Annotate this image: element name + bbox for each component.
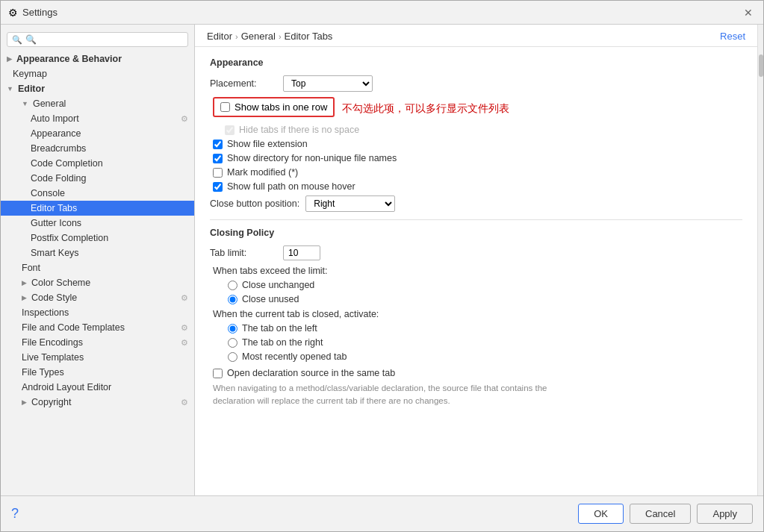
show-directory-label[interactable]: Show directory for non-unique file names xyxy=(227,153,397,163)
breadcrumb-general: General xyxy=(241,31,276,42)
sidebar-item-label: Code Completion xyxy=(31,158,103,169)
tab-on-left-row: The tab on the left xyxy=(228,323,742,334)
breadcrumb-editor: Editor xyxy=(207,31,232,42)
hide-tabs-checkbox[interactable] xyxy=(225,125,235,135)
open-declaration-checkbox[interactable] xyxy=(213,369,223,378)
activate-options: The tab on the left The tab on the right… xyxy=(225,323,742,362)
close-unchanged-row: Close unchanged xyxy=(228,280,742,290)
chevron-icon: ▼ xyxy=(7,85,13,93)
closing-policy-section-title: Closing Policy xyxy=(210,228,742,238)
sidebar-item-label: File and Code Templates xyxy=(22,322,125,333)
sidebar-item-android-layout-editor[interactable]: Android Layout Editor xyxy=(1,380,194,395)
when-exceed-label: When tabs exceed the limit: xyxy=(213,266,742,276)
section-divider xyxy=(210,219,742,220)
sidebar-item-keymap[interactable]: Keymap xyxy=(1,66,194,81)
sidebar-item-file-encodings[interactable]: File Encodings ⚙ xyxy=(1,335,194,350)
cancel-button[interactable]: Cancel xyxy=(630,504,691,524)
sidebar-item-label: Console xyxy=(31,188,65,198)
most-recently-label[interactable]: Most recently opened tab xyxy=(242,351,347,362)
content-area: Appearance Placement: Top Bottom Left Ri… xyxy=(195,47,757,495)
sidebar-item-label: Breadcrumbs xyxy=(31,143,86,154)
mark-modified-label[interactable]: Mark modified (*) xyxy=(227,167,298,178)
sidebar-item-label: Editor xyxy=(18,84,45,94)
sidebar-item-editor-tabs[interactable]: Editor Tabs xyxy=(1,201,194,216)
sidebar-item-postfix-completion[interactable]: Postfix Completion xyxy=(1,231,194,245)
tab-on-right-label[interactable]: The tab on the right xyxy=(242,337,323,348)
close-button[interactable]: ✕ xyxy=(741,5,756,20)
gear-icon: ⚙ xyxy=(181,293,188,303)
search-input[interactable] xyxy=(25,34,183,45)
show-full-path-row: Show full path on mouse hover xyxy=(213,181,742,192)
gear-icon: ⚙ xyxy=(181,398,188,407)
ok-button[interactable]: OK xyxy=(578,504,624,524)
show-full-path-checkbox[interactable] xyxy=(213,182,223,192)
sidebar: 🔍 ▶ Appearance & Behavior Keymap ▼ Edito… xyxy=(1,25,195,495)
app-icon: ⚙ xyxy=(8,7,18,19)
sidebar-item-label: Live Templates xyxy=(22,352,84,363)
sidebar-item-inspections[interactable]: Inspections xyxy=(1,305,194,320)
close-unchanged-radio[interactable] xyxy=(228,281,237,290)
show-full-path-label[interactable]: Show full path on mouse hover xyxy=(227,181,355,192)
sidebar-item-label: Code Folding xyxy=(31,173,86,184)
gear-icon: ⚙ xyxy=(181,323,188,333)
sidebar-item-color-scheme[interactable]: ▶ Color Scheme xyxy=(1,275,194,290)
show-tabs-label[interactable]: Show tabs in one row xyxy=(235,101,327,113)
placement-select[interactable]: Top Bottom Left Right xyxy=(283,75,373,92)
sidebar-item-live-templates[interactable]: Live Templates xyxy=(1,350,194,365)
sidebar-item-label: Copyright xyxy=(31,397,72,407)
chevron-icon: ▼ xyxy=(22,100,28,107)
tab-on-right-radio[interactable] xyxy=(228,338,237,348)
show-directory-checkbox[interactable] xyxy=(213,154,223,163)
show-tabs-checkbox[interactable] xyxy=(220,102,230,112)
sidebar-item-appearance[interactable]: Appearance xyxy=(1,126,194,141)
show-file-extension-label[interactable]: Show file extension xyxy=(227,139,308,149)
sidebar-item-appearance-behavior[interactable]: ▶ Appearance & Behavior xyxy=(1,51,194,66)
when-current-closed-block: When the current tab is closed, activate… xyxy=(210,309,742,362)
hide-tabs-label: Hide tabs if there is no space xyxy=(239,125,359,135)
title-bar-left: ⚙ Settings xyxy=(8,7,58,19)
close-button-position-row: Close button position: Right Left None xyxy=(210,195,742,212)
tab-on-left-radio[interactable] xyxy=(228,324,237,334)
reset-link[interactable]: Reset xyxy=(720,31,745,42)
sidebar-item-auto-import[interactable]: Auto Import ⚙ xyxy=(1,111,194,126)
sidebar-item-copyright[interactable]: ▶ Copyright ⚙ xyxy=(1,395,194,410)
sidebar-item-label: Editor Tabs xyxy=(31,203,77,213)
sidebar-item-gutter-icons[interactable]: Gutter Icons xyxy=(1,216,194,231)
close-unused-radio[interactable] xyxy=(228,295,237,304)
close-unused-label[interactable]: Close unused xyxy=(242,294,299,304)
close-unchanged-label[interactable]: Close unchanged xyxy=(242,280,314,290)
main-header: Editor › General › Editor Tabs Reset xyxy=(195,25,757,47)
most-recently-radio[interactable] xyxy=(228,352,237,362)
close-button-select[interactable]: Right Left None xyxy=(305,195,395,212)
sidebar-item-label: Auto Import xyxy=(31,113,79,124)
mark-modified-checkbox[interactable] xyxy=(213,168,223,178)
sidebar-item-smart-keys[interactable]: Smart Keys xyxy=(1,245,194,260)
chevron-icon: ▶ xyxy=(7,55,12,63)
breadcrumb-sep: › xyxy=(235,32,238,41)
sidebar-item-console[interactable]: Console xyxy=(1,186,194,201)
search-icon: 🔍 xyxy=(12,35,22,45)
show-file-extension-checkbox[interactable] xyxy=(213,140,223,149)
sidebar-item-code-style[interactable]: ▶ Code Style ⚙ xyxy=(1,290,194,305)
sidebar-item-editor[interactable]: ▼ Editor xyxy=(1,81,194,96)
sidebar-item-font[interactable]: Font xyxy=(1,260,194,275)
sidebar-item-code-completion[interactable]: Code Completion xyxy=(1,156,194,171)
tab-limit-input[interactable] xyxy=(283,245,320,260)
show-tabs-row-highlight: Show tabs in one row xyxy=(213,97,335,117)
title-bar: ⚙ Settings ✕ xyxy=(1,1,763,25)
chevron-icon: ▶ xyxy=(22,398,27,406)
settings-dialog: ⚙ Settings ✕ 🔍 ▶ Appearance & Behavior K… xyxy=(0,0,764,532)
search-box[interactable]: 🔍 xyxy=(7,32,188,47)
breadcrumb-sep2: › xyxy=(279,32,282,41)
right-scrollbar[interactable] xyxy=(757,25,763,495)
sidebar-item-breadcrumbs[interactable]: Breadcrumbs xyxy=(1,141,194,156)
sidebar-item-file-types[interactable]: File Types xyxy=(1,365,194,380)
sidebar-item-general[interactable]: ▼ General xyxy=(1,96,194,111)
sidebar-item-code-folding[interactable]: Code Folding xyxy=(1,171,194,186)
help-button[interactable]: ? xyxy=(11,506,19,522)
close-unused-row: Close unused xyxy=(228,294,742,304)
apply-button[interactable]: Apply xyxy=(697,504,753,524)
tab-on-left-label[interactable]: The tab on the left xyxy=(242,323,317,334)
sidebar-item-file-code-templates[interactable]: File and Code Templates ⚙ xyxy=(1,320,194,335)
open-declaration-label[interactable]: Open declaration source in the same tab xyxy=(227,368,395,378)
